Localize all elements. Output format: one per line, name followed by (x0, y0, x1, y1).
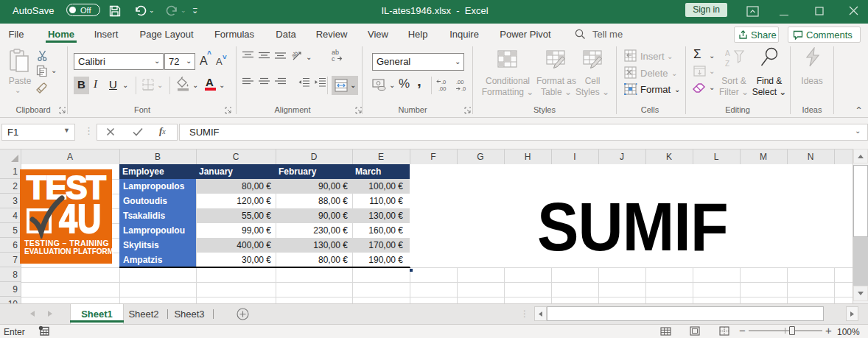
svg-text:Z: Z (725, 60, 729, 68)
svg-text:A: A (725, 49, 730, 57)
svg-text:c: c (332, 55, 335, 62)
svg-text:.0: .0 (461, 85, 466, 92)
svg-text:.0: .0 (441, 79, 446, 85)
svg-text:.00: .00 (438, 85, 446, 92)
svg-text:ab: ab (292, 50, 300, 59)
svg-text:.00: .00 (456, 79, 463, 85)
